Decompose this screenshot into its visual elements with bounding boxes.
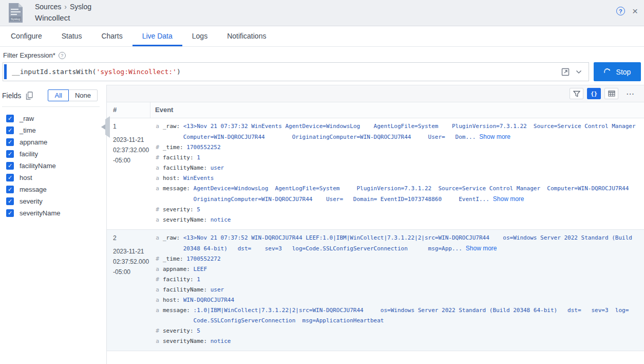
checkbox-severity[interactable]: ✓	[6, 197, 14, 205]
field-name: facility:	[163, 153, 197, 163]
filter-expression-input[interactable]: __inputId.startsWith('syslog:Wincollect:…	[3, 62, 589, 81]
event-index: 1	[113, 121, 150, 132]
collapse-fields-panel-handle[interactable]	[100, 116, 110, 138]
copy-fields-icon[interactable]	[26, 92, 33, 100]
field-name: message:	[163, 184, 194, 205]
event-field-facility: #facility: 1	[155, 153, 644, 163]
field-value: user	[211, 163, 644, 173]
field-label: severity	[20, 197, 43, 205]
field-label: host	[20, 174, 32, 181]
event-field-host: ahost: WinEvents	[155, 173, 644, 184]
filter-funnel-button[interactable]	[570, 88, 583, 99]
field-item-message[interactable]: ✓message	[6, 186, 101, 193]
field-item-appname[interactable]: ✓appname	[6, 138, 101, 146]
field-name: severity:	[163, 205, 197, 215]
event-field-facilityName: afacilityName: user	[155, 163, 644, 173]
field-name: facilityName:	[163, 285, 211, 295]
field-item-_time[interactable]: ✓_time	[6, 126, 101, 134]
field-item-severityName[interactable]: ✓severityName	[6, 209, 101, 217]
tab-notifications[interactable]: Notifications	[217, 26, 276, 46]
event-row-2: 22023-11-2102:37:52.000-05:00a_raw: <13>…	[107, 230, 644, 351]
field-item-facility[interactable]: ✓facility	[6, 150, 101, 158]
checkbox-severityName[interactable]: ✓	[6, 209, 14, 217]
checkbox-facility[interactable]: ✓	[6, 150, 14, 158]
filter-expression-label: Filter Expression*	[3, 51, 55, 59]
field-item-_raw[interactable]: ✓_raw	[6, 115, 101, 122]
field-type-icon: a	[155, 295, 160, 305]
tab-live-data[interactable]: Live Data	[132, 26, 182, 46]
field-type-icon: #	[155, 205, 160, 215]
event-field-appname: aappname: LEEF	[155, 264, 644, 275]
field-type-icon: a	[155, 215, 160, 225]
column-header-number: #	[107, 102, 150, 118]
field-type-icon: a	[155, 264, 160, 275]
checkbox-appname[interactable]: ✓	[6, 138, 14, 146]
fields-none-button[interactable]: None	[68, 89, 98, 101]
filter-help-icon[interactable]: ?	[59, 52, 66, 59]
event-timestamp: -05:00	[113, 155, 150, 166]
field-value: 1700552252	[186, 142, 644, 153]
event-timestamp: 02:37:52.000	[113, 257, 150, 267]
checkbox-_raw[interactable]: ✓	[6, 115, 14, 122]
event-timestamp: 2023-11-21	[113, 246, 150, 257]
event-cell: a_raw: <13>Nov 21 07:37:32 WinEvents Age…	[150, 121, 644, 225]
field-value: <13>Nov 21 07:37:32 WinEvents AgentDevic…	[183, 121, 644, 142]
field-type-icon: a	[155, 121, 160, 142]
checkbox-_time[interactable]: ✓	[6, 126, 14, 134]
field-label: facilityName	[20, 162, 56, 170]
field-type-icon: #	[155, 153, 160, 163]
table-toolbar: {} ⋯	[107, 85, 644, 102]
field-type-icon: #	[155, 142, 160, 153]
syslog-source-icon: Syslog	[7, 3, 24, 23]
event-timestamp: 2023-11-21	[113, 135, 150, 145]
event-timestamp: 02:37:32.000	[113, 145, 150, 155]
tab-logs[interactable]: Logs	[182, 26, 217, 46]
tab-status[interactable]: Status	[52, 26, 92, 46]
show-more-link[interactable]: Show more	[479, 133, 510, 140]
field-item-severity[interactable]: ✓severity	[6, 197, 101, 205]
event-field-host: ahost: WIN-DQROCJU7R44	[155, 295, 644, 305]
event-field-facility: #facility: 1	[155, 275, 644, 285]
show-more-link[interactable]: Show more	[466, 245, 497, 252]
checkbox-message[interactable]: ✓	[6, 186, 14, 193]
field-value: LEEF	[194, 264, 644, 275]
field-item-host[interactable]: ✓host	[6, 174, 101, 181]
fields-list: ✓_raw✓_time✓appname✓facility✓facilityNam…	[2, 107, 101, 217]
field-type-icon: #	[155, 326, 160, 336]
close-icon[interactable]: ×	[632, 7, 638, 15]
show-more-link[interactable]: Show more	[493, 195, 524, 203]
fields-panel: Fields All None ✓_raw✓_time✓appname✓faci…	[0, 85, 101, 364]
tab-bar: ConfigureStatusChartsLive DataLogsNotifi…	[0, 26, 644, 47]
field-name: _raw:	[163, 121, 183, 142]
field-value: 1	[197, 153, 644, 163]
checkbox-host[interactable]: ✓	[6, 174, 14, 181]
table-view-button[interactable]	[604, 88, 618, 99]
breadcrumb-syslog[interactable]: Syslog	[70, 3, 91, 11]
field-value: WinEvents	[183, 173, 644, 184]
more-options-icon[interactable]: ⋯	[623, 88, 638, 99]
event-cell: a_raw: <13>Nov 21 07:37:52 WIN-DQROCJU7R…	[150, 233, 644, 347]
tab-charts[interactable]: Charts	[91, 26, 132, 46]
field-type-icon: a	[155, 173, 160, 184]
field-item-facilityName[interactable]: ✓facilityName	[6, 162, 101, 170]
event-field-severity: #severity: 5	[155, 326, 644, 336]
field-label: facility	[20, 150, 38, 158]
tab-configure[interactable]: Configure	[1, 26, 52, 46]
event-field-severityName: aseverityName: notice	[155, 336, 644, 347]
chevron-down-icon[interactable]	[576, 70, 582, 74]
json-view-button[interactable]: {}	[587, 88, 601, 99]
breadcrumb-sources[interactable]: Sources	[35, 3, 61, 11]
breadcrumb: Sources›Syslog	[35, 2, 91, 12]
help-icon[interactable]: ?	[616, 7, 625, 15]
capture-spinner-icon	[603, 67, 612, 76]
field-name: _time:	[163, 142, 186, 153]
expand-editor-icon[interactable]	[561, 68, 570, 76]
fields-all-button[interactable]: All	[48, 89, 68, 101]
checkbox-facilityName[interactable]: ✓	[6, 162, 14, 170]
row-number-cell: 12023-11-2102:37:32.000-05:00	[107, 121, 150, 225]
field-value: 1	[197, 275, 644, 285]
breadcrumb-separator: ›	[64, 3, 67, 11]
field-label: _raw	[20, 115, 34, 122]
stop-button[interactable]: Stop	[594, 62, 641, 81]
field-value: notice	[211, 336, 644, 347]
